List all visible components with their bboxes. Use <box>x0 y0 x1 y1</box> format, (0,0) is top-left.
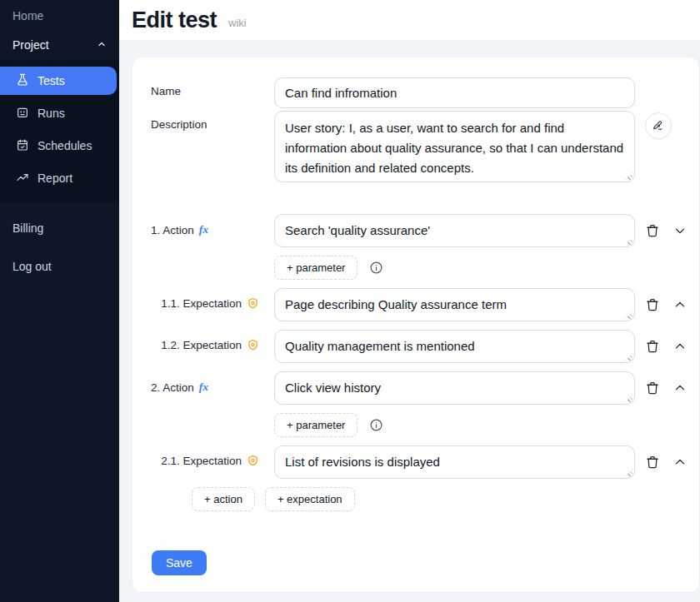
step-input-wrap: Quality management is mentioned <box>274 330 635 363</box>
add-action-button[interactable]: + action <box>192 487 255 511</box>
sidebar-item-schedules[interactable]: Schedules <box>0 132 119 160</box>
step-label-text: 2.1. Expectation <box>161 455 242 467</box>
name-label: Name <box>151 77 274 97</box>
parameter-info-button[interactable] <box>368 261 383 276</box>
row-actions <box>645 445 699 470</box>
sidebar-item-home[interactable]: Home <box>0 0 119 29</box>
add-expectation-button[interactable]: + expectation <box>265 487 355 511</box>
step-row-2: 2. Action fx Click view history <box>151 371 699 405</box>
calendar-check-icon <box>16 138 29 154</box>
shield-badge-icon <box>247 297 259 310</box>
edit-test-card: Name Description User story: I, as a use… <box>132 57 700 593</box>
trash-icon <box>645 344 660 356</box>
delete-step-button[interactable] <box>645 339 660 354</box>
step-input-wrap: Click view history <box>274 371 635 405</box>
step-label-1-action: 1. Action fx <box>151 214 274 236</box>
row-actions <box>645 288 699 312</box>
app-window: Home Project Tests Runs <box>0 0 700 602</box>
add-parameter-button[interactable]: + parameter <box>274 256 358 280</box>
row-actions <box>645 371 699 396</box>
sidebar-item-billing[interactable]: Billing <box>0 213 119 243</box>
step-label-text: 1.1. Expectation <box>161 297 242 310</box>
trash-icon <box>645 302 660 315</box>
description-wrap: User story: I, as a user, want to search… <box>274 111 635 182</box>
row-actions <box>645 330 699 354</box>
row-actions <box>645 214 699 238</box>
expectation-1-1-textarea[interactable]: Page describing Quality assurance term <box>274 288 635 321</box>
page-subtitle: wiki <box>228 12 247 29</box>
content-background: Name Description User story: I, as a use… <box>119 40 700 602</box>
step-label-text: 1.2. Expectation <box>161 339 242 351</box>
name-row: Name <box>151 77 699 108</box>
chevron-up-icon <box>97 38 107 52</box>
move-step-down-button[interactable] <box>672 223 688 238</box>
sidebar-item-label: Tests <box>38 74 65 87</box>
page-header: Edit test wiki <box>119 0 700 40</box>
sidebar-item-label: Runs <box>38 107 65 120</box>
sidebar: Home Project Tests Runs <box>0 0 119 602</box>
save-button[interactable]: Save <box>152 550 207 575</box>
generate-description-button[interactable] <box>645 112 672 139</box>
pen-icon <box>652 118 665 134</box>
expectation-2-1-textarea[interactable]: List of revisions is displayed <box>274 445 635 479</box>
function-fx-icon: fx <box>199 223 208 236</box>
expectation-1-2-textarea[interactable]: Quality management is mentioned <box>274 330 635 363</box>
move-step-up-button[interactable] <box>672 455 688 470</box>
flask-icon <box>16 73 29 89</box>
description-label: Description <box>151 111 274 131</box>
description-row: Description User story: I, as a user, wa… <box>151 111 699 182</box>
step-input-wrap: Search 'quality assurance' <box>274 214 635 247</box>
trash-icon <box>645 386 660 398</box>
add-parameter-button[interactable]: + parameter <box>274 413 358 437</box>
step-input-wrap: List of revisions is displayed <box>274 445 635 479</box>
trending-up-icon <box>16 171 29 187</box>
description-textarea[interactable]: User story: I, as a user, want to search… <box>274 111 635 182</box>
action-1-textarea[interactable]: Search 'quality assurance' <box>274 214 635 247</box>
chevron-up-icon <box>672 386 688 398</box>
add-step-row: + action + expectation <box>192 487 699 511</box>
sidebar-item-runs[interactable]: Runs <box>0 99 119 127</box>
move-step-up-button[interactable] <box>672 381 688 396</box>
sidebar-item-report[interactable]: Report <box>0 164 119 192</box>
sidebar-item-label: Report <box>38 172 72 185</box>
project-submenu: Tests Runs Schedules Report <box>0 59 119 203</box>
trash-icon <box>645 228 660 241</box>
step-row-1-1: 1.1. Expectation Page describing Quality… <box>151 288 699 321</box>
move-step-up-button[interactable] <box>672 297 688 312</box>
project-label: Project <box>12 38 49 52</box>
parameter-info-button[interactable] <box>368 418 383 433</box>
step-row-2-1: 2.1. Expectation List of revisions is di… <box>151 445 699 479</box>
step-input-wrap: Page describing Quality assurance term <box>274 288 635 321</box>
delete-step-button[interactable] <box>645 297 660 312</box>
function-fx-icon: fx <box>199 381 208 394</box>
sidebar-item-tests[interactable]: Tests <box>0 67 117 95</box>
info-icon <box>369 265 383 277</box>
delete-step-button[interactable] <box>645 381 660 396</box>
step-row-1-2: 1.2. Expectation Quality management is m… <box>151 330 699 363</box>
parameter-row-1: + parameter <box>274 256 699 280</box>
chevron-up-icon <box>672 302 688 315</box>
sidebar-item-label: Schedules <box>38 139 92 152</box>
parameter-row-2: + parameter <box>274 413 699 437</box>
delete-step-button[interactable] <box>645 223 660 238</box>
chevron-up-icon <box>672 460 688 472</box>
step-label-text: 2. Action <box>151 381 194 394</box>
sidebar-item-logout[interactable]: Log out <box>0 251 119 281</box>
step-label-2-action: 2. Action fx <box>151 371 274 394</box>
main-area: Edit test wiki Name Description User sto… <box>119 0 700 602</box>
shield-badge-icon <box>247 339 259 351</box>
chevron-up-icon <box>672 344 688 356</box>
step-label-text: 1. Action <box>151 224 194 236</box>
sidebar-item-project[interactable]: Project <box>0 31 119 59</box>
bot-icon <box>16 106 29 122</box>
info-icon <box>369 422 383 435</box>
step-label-2-1-expectation: 2.1. Expectation <box>151 445 274 467</box>
move-step-up-button[interactable] <box>672 339 688 354</box>
delete-step-button[interactable] <box>645 455 660 470</box>
name-input[interactable] <box>274 77 635 108</box>
action-2-textarea[interactable]: Click view history <box>274 371 635 405</box>
chevron-down-icon <box>672 228 688 241</box>
step-label-1-2-expectation: 1.2. Expectation <box>151 330 274 351</box>
page-title: Edit test <box>132 7 217 33</box>
step-label-1-1-expectation: 1.1. Expectation <box>151 288 274 310</box>
